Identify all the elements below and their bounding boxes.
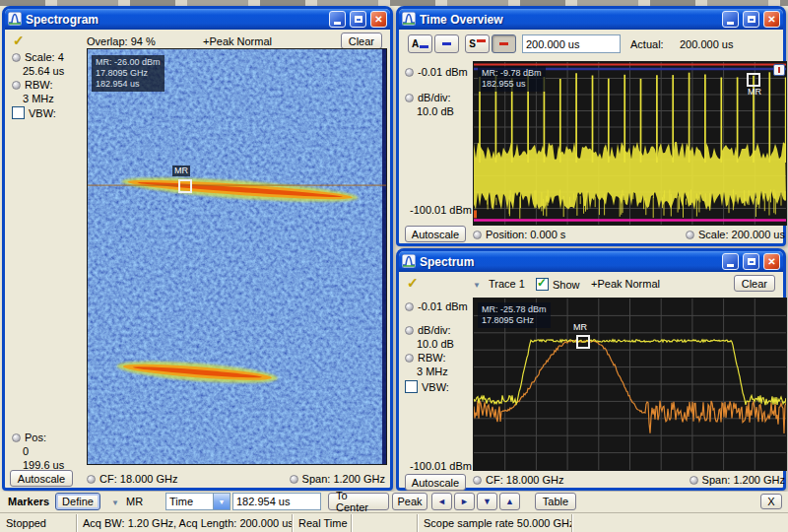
- autoscale-button[interactable]: Autoscale: [405, 474, 466, 491]
- rbw-control[interactable]: RBW:: [405, 352, 446, 364]
- minimize-button[interactable]: [329, 11, 346, 28]
- marker-flag: MR: [746, 87, 763, 98]
- vbw-checkbox-row[interactable]: VBW:: [12, 106, 56, 119]
- spinner-icon[interactable]: [405, 94, 414, 102]
- rbw-control[interactable]: RBW:: [12, 79, 53, 91]
- spectrum-length-input[interactable]: 200.000 us: [522, 34, 621, 53]
- spinner-icon[interactable]: [405, 326, 414, 335]
- marker-dropdown-icon[interactable]: ▼: [111, 499, 119, 507]
- cf-control[interactable]: CF: 18.000 GHz: [87, 473, 177, 485]
- close-button[interactable]: ✕: [763, 11, 780, 28]
- spinner-icon[interactable]: [12, 433, 21, 442]
- spectrum-time-manual-button[interactable]: [492, 34, 516, 53]
- rbw-value[interactable]: 3 MHz: [417, 366, 448, 377]
- cf-control[interactable]: CF: 18.000 GHz: [473, 474, 563, 486]
- analysis-time-manual-button[interactable]: [434, 34, 459, 53]
- peak-down-button[interactable]: ▼: [477, 493, 497, 510]
- spectrum-titlebar[interactable]: Spectrum ✕: [399, 251, 783, 272]
- spinner-icon[interactable]: [290, 475, 298, 484]
- y-top-control[interactable]: -0.01 dBm: [405, 300, 468, 312]
- autoscale-button[interactable]: Autoscale: [405, 226, 466, 242]
- vbw-checkbox-row[interactable]: VBW:: [405, 380, 449, 393]
- run-state[interactable]: Stopped: [0, 514, 77, 532]
- analysis-bar-icon: [442, 42, 451, 45]
- minimize-button[interactable]: [722, 253, 739, 270]
- time-overview-plot[interactable]: MR: -9.78 dBm 182.955 us MR: [473, 61, 787, 226]
- table-button[interactable]: Table: [535, 493, 576, 510]
- maximize-button[interactable]: [350, 11, 366, 28]
- peak-button[interactable]: Peak: [392, 493, 427, 510]
- peak-up-button[interactable]: ▲: [499, 493, 520, 510]
- arrow-right-icon: ►: [460, 497, 469, 506]
- span-control[interactable]: Span: 1.200 GHz: [690, 474, 785, 486]
- maximize-button[interactable]: [743, 11, 759, 28]
- selected-marker-label[interactable]: MR: [126, 496, 143, 507]
- scale-control[interactable]: Scale: 4: [12, 51, 64, 63]
- define-button[interactable]: Define: [55, 493, 100, 510]
- autoscale-button[interactable]: Autoscale: [10, 470, 73, 487]
- empty-cell: [352, 514, 418, 532]
- dbdiv-control[interactable]: dB/div:: [405, 92, 451, 103]
- spinner-icon[interactable]: [405, 302, 414, 311]
- close-markers-button[interactable]: X: [760, 494, 782, 509]
- y-top-control[interactable]: -0.01 dBm: [405, 66, 468, 78]
- spinner-icon[interactable]: [690, 476, 698, 485]
- show-checkbox-row[interactable]: Show: [536, 278, 580, 291]
- span-control[interactable]: Span: 1.200 GHz: [290, 473, 385, 485]
- spinner-icon[interactable]: [405, 354, 414, 363]
- scale-control[interactable]: Scale: 200.000 us: [686, 229, 785, 240]
- maximize-button[interactable]: [743, 253, 759, 270]
- marker-box[interactable]: [178, 179, 192, 193]
- window-title: Time Overview: [420, 13, 718, 27]
- time-overview-titlebar[interactable]: Time Overview ✕: [399, 9, 783, 30]
- spinner-icon[interactable]: [405, 68, 414, 77]
- trace-selector[interactable]: Trace 1: [489, 278, 525, 290]
- scale-time-value[interactable]: 25.64 us: [23, 65, 64, 77]
- pos-value[interactable]: 0: [23, 445, 29, 457]
- rbw-value[interactable]: 3 MHz: [23, 93, 54, 104]
- detector-readout[interactable]: +Peak Normal: [591, 278, 660, 290]
- pos-control[interactable]: Pos:: [12, 432, 46, 443]
- spinner-icon[interactable]: [473, 231, 482, 239]
- close-button[interactable]: ✕: [370, 11, 387, 28]
- spectrum-time-auto-button[interactable]: S: [465, 34, 490, 53]
- minimize-icon: [334, 22, 341, 25]
- clear-button[interactable]: Clear: [341, 33, 382, 49]
- enabled-check-icon: ✓: [407, 275, 419, 291]
- marker-type-combobox[interactable]: Time ▼: [165, 493, 230, 510]
- analysis-time-auto-button[interactable]: A: [408, 34, 432, 53]
- y-bottom-label: -100.01 dBm: [410, 204, 472, 216]
- spectrogram-titlebar[interactable]: Spectrogram ✕: [5, 9, 390, 30]
- trace-dropdown-icon[interactable]: ▼: [473, 281, 481, 290]
- spinner-icon[interactable]: [473, 476, 482, 485]
- spectrogram-plot[interactable]: MR: -26.00 dBm 17.8095 GHz 182.954 us MR: [87, 48, 387, 465]
- close-button[interactable]: ✕: [763, 253, 780, 270]
- detector-readout[interactable]: +Peak Normal: [203, 35, 272, 47]
- marker-value-input[interactable]: 182.954 us: [232, 493, 321, 510]
- dbdiv-control[interactable]: dB/div:: [405, 324, 451, 336]
- position-control[interactable]: Position: 0.000 s: [473, 229, 565, 240]
- spinner-icon[interactable]: [12, 81, 21, 90]
- vbw-checkbox[interactable]: [12, 106, 25, 119]
- combo-dropdown-icon[interactable]: ▼: [213, 494, 230, 509]
- dbdiv-value[interactable]: 10.0 dB: [417, 338, 454, 350]
- spinner-icon[interactable]: [12, 53, 21, 62]
- spinner-icon[interactable]: [686, 231, 694, 239]
- time-overview-body: A S 200.000 us Actual: 200.000 us -0.01 …: [402, 33, 780, 240]
- spectrogram-window: Spectrogram ✕ ✓ Overlap: 94 % +Peak Norm…: [2, 6, 393, 491]
- vbw-checkbox[interactable]: [405, 380, 418, 393]
- dbdiv-value[interactable]: 10.0 dB: [417, 105, 454, 117]
- minimize-button[interactable]: [722, 11, 739, 28]
- show-checkbox[interactable]: [536, 278, 549, 291]
- spectrum-plot[interactable]: MR: -25.78 dBm 17.8095 GHz MR: [473, 298, 787, 471]
- spectrum-footer: CF: 18.000 GHz Span: 1.200 GHz: [473, 474, 785, 486]
- spinner-icon[interactable]: [87, 475, 96, 484]
- spectrogram-canvas[interactable]: [88, 49, 386, 464]
- marker-box[interactable]: [747, 73, 760, 87]
- clear-button[interactable]: Clear: [734, 275, 775, 292]
- overlap-readout[interactable]: Overlap: 94 %: [87, 35, 156, 47]
- peak-right-button[interactable]: ►: [454, 493, 475, 510]
- peak-left-button[interactable]: ◄: [431, 493, 452, 510]
- to-center-button[interactable]: To Center: [328, 493, 389, 510]
- marker-box[interactable]: [576, 335, 590, 349]
